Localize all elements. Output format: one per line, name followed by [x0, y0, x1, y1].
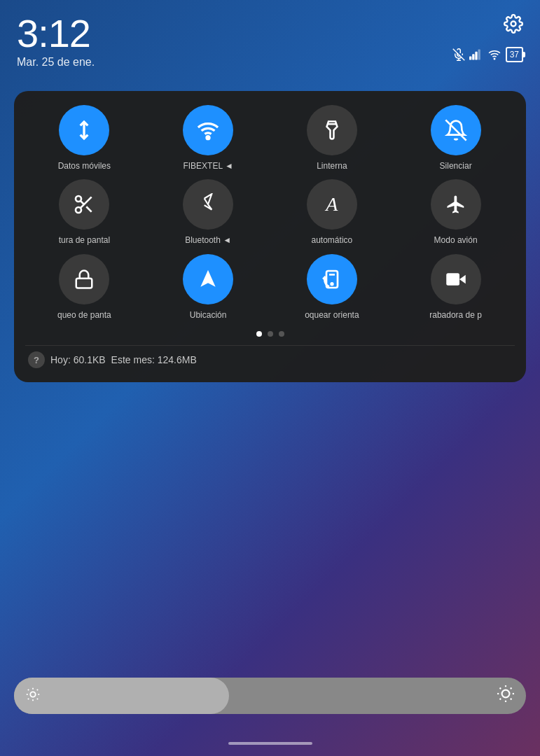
wifi-status-icon	[487, 48, 501, 61]
signal-icon	[469, 48, 483, 61]
svg-line-36	[511, 699, 512, 700]
tile-label-captura: tura de pantal	[59, 235, 110, 245]
svg-rect-22	[446, 273, 459, 286]
svg-line-35	[500, 688, 501, 690]
svg-point-21	[331, 283, 333, 285]
tile-label-avion: Modo avión	[434, 235, 478, 245]
tile-circle-captura	[59, 179, 109, 230]
tile-label-grabadora: rabadora de p	[429, 310, 482, 320]
date-display: Mar. 25 de ene.	[17, 56, 95, 69]
svg-rect-19	[76, 279, 92, 288]
tile-circle-silenciar	[431, 105, 481, 155]
tile-label-ubicacion: Ubicación	[190, 310, 227, 320]
battery-level: 37	[510, 50, 519, 59]
tile-label-orientacion: oquear orienta	[305, 310, 359, 320]
mute-status-icon	[452, 48, 465, 61]
svg-line-40	[511, 688, 512, 690]
tile-fibextel[interactable]: FIBEXTEL ◄	[149, 105, 268, 171]
tile-label-fibextel: FIBEXTEL ◄	[183, 161, 233, 171]
tile-datos-moviles[interactable]: Datos móviles	[25, 105, 144, 171]
svg-point-23	[30, 692, 35, 696]
svg-point-13	[76, 196, 81, 202]
data-usage-today: Hoy: 60.1KB	[50, 354, 106, 365]
time-block: 3:12 Mar. 25 de ene.	[17, 14, 95, 69]
tile-automatico[interactable]: A automático	[273, 179, 392, 245]
settings-gear-icon[interactable]	[504, 14, 523, 38]
tile-label-bloqueo: queo de panta	[57, 310, 111, 320]
pagination-dot-3[interactable]	[279, 331, 284, 337]
svg-rect-7	[478, 50, 480, 60]
data-usage-bar: ? Hoy: 60.1KB Este mes: 124.6MB	[25, 345, 515, 371]
tile-circle-ubicacion	[183, 254, 233, 304]
svg-line-31	[37, 689, 38, 690]
pagination-dot-1[interactable]	[256, 331, 262, 337]
svg-line-26	[28, 689, 29, 690]
tile-bloqueo-pantalla[interactable]: queo de panta	[25, 254, 144, 320]
data-usage-icon: ?	[28, 351, 45, 368]
tile-grabadora[interactable]: rabadora de p	[396, 254, 515, 320]
tile-circle-bluetooth	[183, 179, 233, 230]
pagination-dots	[25, 331, 515, 337]
brightness-bar[interactable]	[14, 678, 526, 714]
tile-modo-avion[interactable]: Modo avión	[396, 179, 515, 245]
tile-bluetooth[interactable]: Bluetooth ◄	[149, 179, 268, 245]
svg-line-16	[87, 207, 92, 212]
tile-circle-linterna	[307, 105, 357, 155]
tile-circle-bloqueo	[59, 254, 109, 304]
pagination-dot-2[interactable]	[268, 331, 273, 337]
tile-label-silenciar: Silenciar	[440, 161, 472, 171]
status-icons: 37	[452, 47, 523, 62]
brightness-fill	[14, 678, 229, 714]
quick-settings-panel: Datos móviles FIBEXTEL ◄ L	[14, 91, 526, 382]
tile-circle-orientacion	[307, 254, 357, 304]
svg-point-0	[511, 22, 516, 27]
home-indicator[interactable]	[228, 742, 312, 745]
status-bar: 3:12 Mar. 25 de ene.	[0, 0, 540, 76]
tile-silenciar[interactable]: Silenciar	[396, 105, 515, 171]
tile-label-datos-moviles: Datos móviles	[58, 161, 111, 171]
svg-line-39	[500, 699, 501, 700]
tile-circle-automatico: A	[307, 179, 357, 230]
svg-rect-4	[469, 57, 471, 60]
svg-line-27	[37, 698, 38, 699]
tile-circle-fibextel	[183, 105, 233, 155]
svg-line-18	[205, 199, 208, 205]
time-display: 3:12	[17, 14, 95, 53]
brightness-max-icon	[497, 685, 515, 707]
svg-line-17	[81, 201, 84, 204]
tile-label-automatico: automático	[312, 235, 353, 245]
svg-line-12	[445, 120, 466, 140]
svg-point-10	[207, 136, 209, 139]
battery-indicator: 37	[506, 47, 523, 62]
tile-captura-pantalla[interactable]: tura de pantal	[25, 179, 144, 245]
svg-point-14	[76, 207, 81, 213]
tile-label-bluetooth: Bluetooth ◄	[185, 235, 231, 245]
svg-point-8	[494, 58, 495, 59]
tiles-grid: Datos móviles FIBEXTEL ◄ L	[25, 105, 515, 320]
tile-bloquear-orientacion[interactable]: oquear orienta	[273, 254, 392, 320]
svg-rect-5	[472, 54, 474, 59]
svg-rect-6	[475, 52, 477, 60]
svg-line-30	[28, 698, 29, 699]
tile-circle-avion	[431, 179, 481, 230]
tile-circle-grabadora	[431, 254, 481, 304]
tile-ubicacion[interactable]: Ubicación	[149, 254, 268, 320]
tile-label-linterna: Linterna	[317, 161, 347, 171]
data-usage-month: Este mes: 124.6MB	[111, 354, 197, 365]
tile-linterna[interactable]: Linterna	[273, 105, 392, 171]
tile-circle-datos-moviles	[59, 105, 109, 155]
svg-point-32	[502, 690, 510, 698]
brightness-min-icon	[25, 687, 41, 706]
